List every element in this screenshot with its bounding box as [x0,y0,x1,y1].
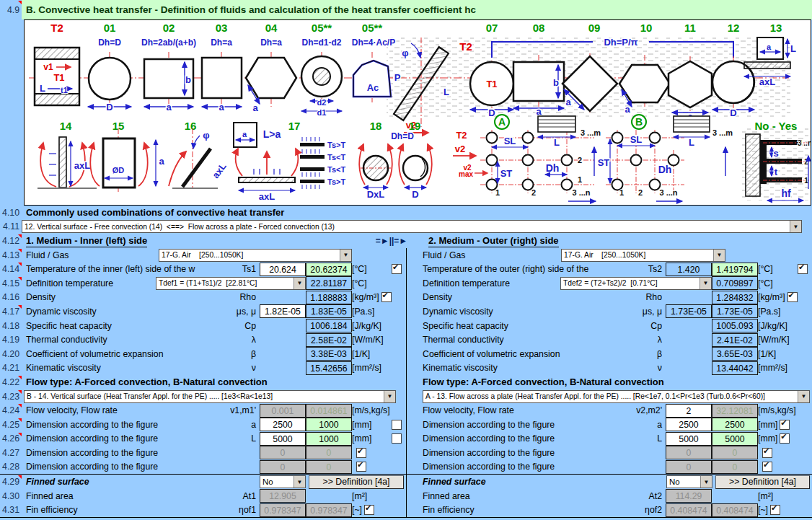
input-cell[interactable]: 1.420 [666,263,712,276]
definition-temp-dropdown[interactable]: Tdef2 = (T2+Ts2)/2 [0.71°C] [560,277,712,290]
index-1: 1 [619,188,624,197]
dropdown-value: 12. Vertical surface - Free convection (… [22,223,790,231]
row-4-16: 4.16 Density Rho 1.188883 [kg/m³] Densit… [0,291,812,305]
input-cell[interactable]: 20.624 [260,263,306,276]
row-4-25: 4.25 Dimension according to the figure a… [0,418,812,432]
checkbox[interactable] [356,448,366,458]
row-number: 4.10 [0,206,22,220]
index-2: 2 [804,158,808,166]
fluid-dropdown[interactable]: 17-G. Air [250...1050K] [561,249,725,262]
symbol-label: μs, μ [625,307,666,317]
label-v2: v2 [455,144,465,154]
dropdown-arrow-icon[interactable] [790,221,801,232]
row-number: 4.25 [0,418,22,432]
input-cell[interactable]: 2500 [260,418,306,431]
unit-label: [mm] [758,420,777,430]
result-cell: 2.41E-02 [712,333,758,347]
field-label: Coefficient of volumetric expansion [22,349,219,359]
shape-number: 01 [104,22,116,34]
symbol-label: Rho [625,292,666,302]
dropdown-arrow-icon[interactable] [294,278,305,289]
label-phi: φ [203,130,209,141]
input-cell[interactable]: 5000 [666,432,712,446]
finned-surface-dropdown[interactable]: No [260,475,306,488]
checkbox[interactable] [780,433,790,444]
index-1: 1 [495,188,500,197]
label-max: max [459,170,473,178]
dim-axl: axL [210,161,228,180]
row-4-17: 4.17 Dynamic viscosity μs, μ 1.82E-05 1.… [0,304,812,319]
dropdown-value: Tdef1 = (T1+Ts1)/2 [22.81°C] [156,279,294,287]
unit-label: [~] [352,505,362,515]
dropdown-value: 17-G. Air [250...1050K] [562,251,713,259]
unit-label: [m²] [758,491,773,501]
unit-label: [W/m/K] [352,335,384,345]
fluid-dropdown[interactable]: 17-G. Air [250...1050K] [159,249,352,262]
checkbox[interactable] [356,462,366,472]
result-cell: 0.709897 [712,276,758,290]
checkbox[interactable] [787,292,798,302]
combination-dropdown[interactable]: 12. Vertical surface - Free convection (… [22,220,802,233]
row-4-12: 4.12 1. Medium - Inner (left) side =►||=… [0,234,812,248]
input-cell[interactable]: 5000 [260,432,306,446]
dropdown-arrow-icon[interactable] [294,476,305,488]
result-cell: 5000 [712,432,758,446]
checkbox[interactable] [770,505,780,515]
flow-type-dropdown[interactable]: A - 13. Flow across a plate (Heat Transf… [423,390,810,403]
row-number: 4.31 [0,503,22,517]
shape-number: 10 [640,22,653,34]
checkbox[interactable] [798,264,808,274]
field-label: Fluid / Gas [22,250,159,260]
definition-temp-dropdown[interactable]: Tdef1 = (T1+Ts1)/2 [22.81°C] [156,277,306,290]
row-4-29: 4.29 Finned surface No >> Definition [4a… [0,475,812,489]
symbol-label: At2 [625,491,666,501]
flow-type-dropdown[interactable]: B - 14. Vertical surface (Heat Transfer … [24,390,396,403]
tube-bank-aligned: A T2 v2 v2 max SL ST Dh 1 2 3 ...n 2 1 L… [453,115,601,201]
index-3n: 3 ...n [572,188,590,197]
input-cell[interactable]: 1.82E-05 [260,304,306,318]
row-number: 4.15 [0,276,22,291]
unit-label: [mm] [352,433,371,444]
dropdown-arrow-icon[interactable] [340,250,351,261]
dim-a: a [252,102,258,113]
checkbox[interactable] [780,420,790,430]
index-3m: 3 ...m [712,128,733,137]
dim-l: L [790,43,796,54]
input-cell: 0 [666,460,712,474]
checkbox[interactable] [762,448,772,458]
checkbox[interactable] [381,292,392,302]
checkbox[interactable] [364,505,374,515]
finned-surface-dropdown[interactable]: No [666,475,712,488]
checkbox[interactable] [392,433,402,444]
row-number: 4.14 [0,262,22,276]
formula-dh-p-pi: Dh=P/π [604,37,637,48]
input-cell[interactable]: 1.73E-05 [666,304,712,318]
unit-label: [~] [758,505,768,515]
field-label: Dimension according to the figure [22,462,219,472]
dim-sl: SL [630,134,643,145]
result-cell: 1000 [306,432,352,446]
dropdown-value: No [260,477,294,486]
dropdown-arrow-icon[interactable] [798,391,809,402]
row-number: 4.22 [0,375,22,389]
definition-button[interactable]: >> Definition [4a] [715,475,810,489]
input-cell[interactable]: 2500 [666,418,712,431]
checkbox[interactable] [392,420,402,430]
symbol-label: ηof1 [219,505,260,515]
page-title: B. Convective heat transfer - Definition… [22,0,812,19]
dropdown-arrow-icon[interactable] [384,391,395,402]
unit-label: [1/K] [758,349,776,359]
dropdown-value: 17-G. Air [250...1050K] [159,251,340,259]
definition-button[interactable]: >> Definition [4a] [309,475,404,489]
shape-number: 07 [486,22,498,34]
checkbox[interactable] [392,264,402,274]
dropdown-arrow-icon[interactable] [713,250,725,261]
input-cell[interactable]: 2 [666,404,712,418]
field-label: Dimension according to the figure [407,462,625,472]
dropdown-arrow-icon[interactable] [700,476,712,488]
label-t2: T2 [459,40,472,53]
result-cell: 0 [306,446,352,459]
checkbox[interactable] [762,462,772,472]
field-label: Dimension according to the figure [407,420,625,430]
dropdown-arrow-icon[interactable] [700,278,711,289]
